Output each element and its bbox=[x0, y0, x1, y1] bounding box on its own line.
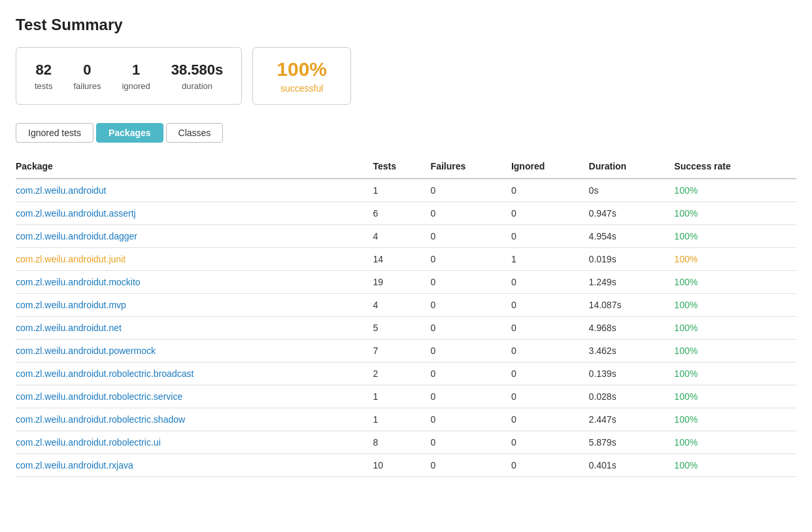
duration-cell: 2.447s bbox=[589, 408, 675, 431]
failures-cell: 0 bbox=[431, 294, 511, 317]
package-link[interactable]: com.zl.weilu.androidut.robolectric.broad… bbox=[16, 368, 194, 379]
tests-cell: 6 bbox=[373, 202, 430, 225]
summary-stat-failures: 0failures bbox=[73, 62, 101, 91]
col-header-ignored: Ignored bbox=[511, 156, 589, 179]
tests-cell: 19 bbox=[373, 271, 430, 294]
table-row: com.zl.weilu.androidut.mvp40014.087s100% bbox=[16, 294, 796, 317]
tab-packages[interactable]: Packages bbox=[96, 123, 163, 143]
ignored-cell: 0 bbox=[511, 340, 589, 363]
page-title: Test Summary bbox=[16, 16, 796, 34]
failures-cell: 0 bbox=[431, 431, 511, 454]
stat-label: tests bbox=[35, 81, 52, 91]
failures-cell: 0 bbox=[431, 454, 511, 477]
col-header-package: Package bbox=[16, 156, 373, 179]
success-box: 100% successful bbox=[252, 47, 351, 105]
success-rate-cell: 100% bbox=[674, 454, 796, 477]
failures-cell: 0 bbox=[431, 363, 511, 385]
table-row: com.zl.weilu.androidut.rxjava10000.401s1… bbox=[16, 454, 796, 477]
failures-cell: 0 bbox=[431, 340, 511, 363]
table-header: PackageTestsFailuresIgnoredDurationSucce… bbox=[16, 156, 796, 179]
table-row: com.zl.weilu.androidut.robolectric.shado… bbox=[16, 408, 796, 431]
package-link[interactable]: com.zl.weilu.androidut.assertj bbox=[16, 208, 136, 219]
summary-stat-ignored: 1ignored bbox=[122, 62, 150, 91]
failures-cell: 0 bbox=[431, 317, 511, 340]
duration-cell: 0.019s bbox=[589, 248, 675, 271]
duration-cell: 0.139s bbox=[589, 363, 675, 385]
table-row: com.zl.weilu.androidut.dagger4004.954s10… bbox=[16, 225, 796, 248]
package-link[interactable]: com.zl.weilu.androidut.robolectric.ui bbox=[16, 437, 161, 448]
table-row: com.zl.weilu.androidut.net5004.968s100% bbox=[16, 317, 796, 340]
package-link[interactable]: com.zl.weilu.androidut bbox=[16, 185, 107, 196]
duration-cell: 0.947s bbox=[589, 202, 675, 225]
tests-cell: 1 bbox=[373, 179, 430, 202]
failures-cell: 0 bbox=[431, 271, 511, 294]
ignored-cell: 0 bbox=[511, 225, 589, 248]
success-label: successful bbox=[280, 83, 323, 94]
table-body: com.zl.weilu.androidut1000s100%com.zl.we… bbox=[16, 179, 796, 477]
table-row: com.zl.weilu.androidut.robolectric.servi… bbox=[16, 385, 796, 408]
stats-box: 82tests0failures1ignored38.580sduration bbox=[16, 47, 242, 105]
success-rate-cell: 100% bbox=[674, 179, 796, 202]
tests-cell: 8 bbox=[373, 431, 430, 454]
package-link[interactable]: com.zl.weilu.androidut.powermock bbox=[16, 346, 156, 356]
success-rate-cell: 100% bbox=[674, 363, 796, 385]
package-link[interactable]: com.zl.weilu.androidut.mvp bbox=[16, 300, 126, 310]
table-row: com.zl.weilu.androidut.powermock7003.462… bbox=[16, 340, 796, 363]
tab-ignored[interactable]: Ignored tests bbox=[16, 123, 93, 143]
package-link[interactable]: com.zl.weilu.androidut.rxjava bbox=[16, 460, 133, 470]
table-row: com.zl.weilu.androidut1000s100% bbox=[16, 179, 796, 202]
ignored-cell: 1 bbox=[511, 248, 589, 271]
package-link[interactable]: com.zl.weilu.androidut.robolectric.shado… bbox=[16, 414, 185, 425]
duration-cell: 3.462s bbox=[589, 340, 675, 363]
table-row: com.zl.weilu.androidut.assertj6000.947s1… bbox=[16, 202, 796, 225]
table-row: com.zl.weilu.androidut.mockito19001.249s… bbox=[16, 271, 796, 294]
table-row: com.zl.weilu.androidut.robolectric.ui800… bbox=[16, 431, 796, 454]
ignored-cell: 0 bbox=[511, 431, 589, 454]
summary-stat-tests: 82tests bbox=[35, 62, 52, 91]
table-row: com.zl.weilu.androidut.robolectric.broad… bbox=[16, 363, 796, 385]
ignored-cell: 0 bbox=[511, 454, 589, 477]
table-row: com.zl.weilu.androidut.junit14010.019s10… bbox=[16, 248, 796, 271]
tests-cell: 1 bbox=[373, 408, 430, 431]
failures-cell: 0 bbox=[431, 179, 511, 202]
package-link[interactable]: com.zl.weilu.androidut.robolectric.servi… bbox=[16, 391, 182, 402]
failures-cell: 0 bbox=[431, 248, 511, 271]
duration-cell: 0.401s bbox=[589, 454, 675, 477]
ignored-cell: 0 bbox=[511, 385, 589, 408]
col-header-tests: Tests bbox=[373, 156, 430, 179]
ignored-cell: 0 bbox=[511, 317, 589, 340]
tab-bar: Ignored testsPackagesClasses bbox=[16, 123, 796, 143]
tests-cell: 14 bbox=[373, 248, 430, 271]
stat-value: 1 bbox=[132, 62, 140, 79]
ignored-cell: 0 bbox=[511, 179, 589, 202]
success-rate-cell: 100% bbox=[674, 271, 796, 294]
duration-cell: 4.954s bbox=[589, 225, 675, 248]
tests-cell: 1 bbox=[373, 385, 430, 408]
summary-section: 82tests0failures1ignored38.580sduration … bbox=[16, 47, 796, 105]
ignored-cell: 0 bbox=[511, 294, 589, 317]
packages-table: PackageTestsFailuresIgnoredDurationSucce… bbox=[16, 156, 796, 477]
duration-cell: 5.879s bbox=[589, 431, 675, 454]
package-link[interactable]: com.zl.weilu.androidut.dagger bbox=[16, 231, 137, 241]
tests-cell: 2 bbox=[373, 363, 430, 385]
stat-value: 0 bbox=[83, 62, 91, 79]
col-header-success-rate: Success rate bbox=[674, 156, 796, 179]
duration-cell: 14.087s bbox=[589, 294, 675, 317]
duration-cell: 4.968s bbox=[589, 317, 675, 340]
success-rate-cell: 100% bbox=[674, 385, 796, 408]
failures-cell: 0 bbox=[431, 225, 511, 248]
failures-cell: 0 bbox=[431, 408, 511, 431]
success-rate-cell: 100% bbox=[674, 202, 796, 225]
success-percent: 100% bbox=[277, 58, 327, 80]
stat-label: failures bbox=[73, 81, 101, 91]
tab-classes[interactable]: Classes bbox=[166, 123, 224, 143]
package-link[interactable]: com.zl.weilu.androidut.junit bbox=[16, 254, 126, 264]
stat-value: 82 bbox=[35, 62, 51, 79]
duration-cell: 0.028s bbox=[589, 385, 675, 408]
stat-label: duration bbox=[182, 81, 212, 91]
tests-cell: 4 bbox=[373, 225, 430, 248]
package-link[interactable]: com.zl.weilu.androidut.mockito bbox=[16, 277, 141, 287]
package-link[interactable]: com.zl.weilu.androidut.net bbox=[16, 323, 122, 333]
tests-cell: 4 bbox=[373, 294, 430, 317]
failures-cell: 0 bbox=[431, 385, 511, 408]
